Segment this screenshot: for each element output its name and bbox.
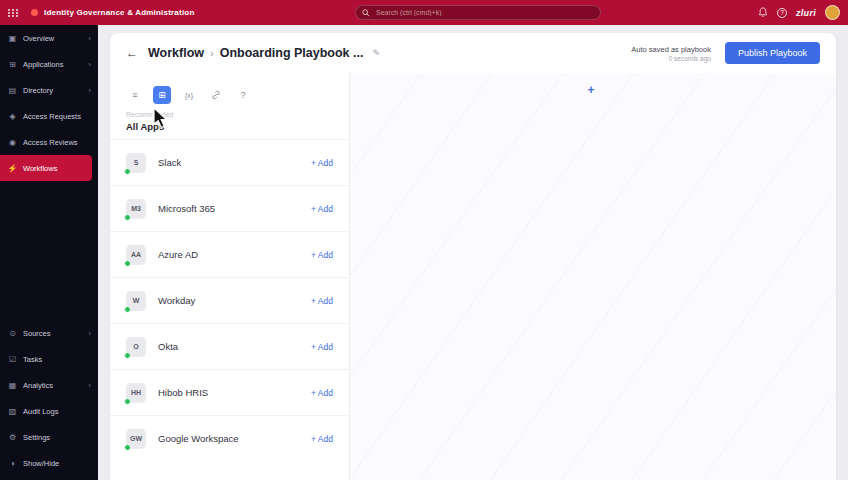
publish-playbook-button[interactable]: Publish Playbook bbox=[725, 42, 820, 64]
product-logo-dot bbox=[31, 9, 38, 16]
app-name: Workday bbox=[158, 295, 195, 306]
add-node-button[interactable]: + bbox=[583, 82, 599, 98]
presence-dot bbox=[124, 168, 131, 175]
autosave-timestamp: 0 seconds ago bbox=[631, 55, 711, 62]
app-name: Okta bbox=[158, 341, 178, 352]
app-name: Azure AD bbox=[158, 249, 198, 260]
sidebar-item-audit-logs[interactable]: ▧ Audit Logs bbox=[0, 398, 98, 424]
help-tool-icon[interactable]: ? bbox=[234, 86, 252, 104]
chevron-right-icon: › bbox=[88, 34, 91, 43]
apps-view-icon[interactable]: ⊞ bbox=[153, 86, 171, 104]
show-hide-icon: ◑ bbox=[7, 459, 18, 468]
sidebar-item-label: Show/Hide bbox=[23, 459, 59, 468]
settings-icon: ⚙ bbox=[7, 433, 18, 442]
overview-icon: ▣ bbox=[7, 34, 18, 43]
app-row-google-workspace[interactable]: GW Google Workspace + Add bbox=[110, 415, 349, 461]
sidebar-item-label: Overview bbox=[23, 34, 54, 43]
workflows-icon: ⚡ bbox=[7, 164, 18, 173]
workflow-editor-card: ← Workflow › Onboarding Playbook ... ✎ A… bbox=[110, 33, 836, 480]
breadcrumb-workflow[interactable]: Workflow bbox=[148, 46, 204, 60]
autosave-text: Auto saved as playbook bbox=[631, 45, 711, 54]
sidebar-item-label: Applications bbox=[23, 60, 63, 69]
search-input[interactable] bbox=[374, 8, 594, 17]
link-icon[interactable] bbox=[207, 86, 225, 104]
edit-title-icon[interactable]: ✎ bbox=[372, 48, 380, 58]
sidebar-item-label: Sources bbox=[23, 329, 51, 338]
sidebar-item-applications[interactable]: ⊞ Applications › bbox=[0, 51, 98, 77]
presence-dot bbox=[124, 214, 131, 221]
search-icon bbox=[362, 9, 370, 17]
breadcrumb-playbook-title: Onboarding Playbook ... bbox=[220, 46, 364, 60]
chevron-right-icon: › bbox=[88, 60, 91, 69]
apps-panel: ≡ ⊞ {x} ? Recommended All Apps S Slack +… bbox=[110, 73, 350, 480]
sidebar-item-label: Analytics bbox=[23, 381, 53, 390]
add-app-button[interactable]: + Add bbox=[311, 250, 333, 260]
help-icon[interactable]: ? bbox=[777, 8, 787, 18]
access-reviews-icon: ◉ bbox=[7, 138, 18, 147]
topbar-right-cluster: ? zluri bbox=[758, 0, 840, 25]
sidebar-item-settings[interactable]: ⚙ Settings bbox=[0, 424, 98, 450]
panel-toolbar: ≡ ⊞ {x} ? bbox=[110, 73, 349, 108]
breadcrumb-separator: › bbox=[210, 47, 214, 59]
app-name: Slack bbox=[158, 157, 181, 168]
sidebar-item-show-hide[interactable]: ◑ Show/Hide bbox=[0, 450, 98, 476]
header-right-cluster: Auto saved as playbook 0 seconds ago Pub… bbox=[631, 42, 820, 64]
chevron-right-icon: › bbox=[88, 329, 91, 338]
sidebar-item-label: Audit Logs bbox=[23, 407, 58, 416]
sidebar-item-label: Tasks bbox=[23, 355, 42, 364]
all-apps-label: All Apps bbox=[110, 118, 349, 139]
directory-icon: ▤ bbox=[7, 86, 18, 95]
sidebar-item-label: Workflows bbox=[23, 164, 57, 173]
app-avatar: GW bbox=[126, 429, 146, 449]
presence-dot bbox=[124, 306, 131, 313]
analytics-icon: ▦ bbox=[7, 381, 18, 390]
workflow-canvas[interactable]: + bbox=[350, 73, 836, 480]
sidebar-item-access-reviews[interactable]: ◉ Access Reviews bbox=[0, 129, 98, 155]
app-row-okta[interactable]: O Okta + Add bbox=[110, 323, 349, 369]
app-row-workday[interactable]: W Workday + Add bbox=[110, 277, 349, 323]
sidebar-item-sources[interactable]: ⊙ Sources › bbox=[0, 320, 98, 346]
app-row-microsoft-365[interactable]: M3 Microsoft 365 + Add bbox=[110, 185, 349, 231]
sidebar-item-label: Settings bbox=[23, 433, 50, 442]
app-launcher-icon[interactable] bbox=[8, 9, 19, 17]
list-view-icon[interactable]: ≡ bbox=[126, 86, 144, 104]
app-row-azure-ad[interactable]: AA Azure AD + Add bbox=[110, 231, 349, 277]
add-app-button[interactable]: + Add bbox=[311, 158, 333, 168]
app-avatar: W bbox=[126, 291, 146, 311]
app-avatar: M3 bbox=[126, 199, 146, 219]
add-app-button[interactable]: + Add bbox=[311, 342, 333, 352]
app-avatar: AA bbox=[126, 245, 146, 265]
app-row-hibob-hris[interactable]: HH Hibob HRIS + Add bbox=[110, 369, 349, 415]
access-requests-icon: ◈ bbox=[7, 112, 18, 121]
presence-dot bbox=[124, 352, 131, 359]
app-avatar: S bbox=[126, 153, 146, 173]
user-avatar[interactable] bbox=[825, 5, 840, 20]
presence-dot bbox=[124, 260, 131, 267]
brand-logo[interactable]: zluri bbox=[796, 8, 816, 18]
add-app-button[interactable]: + Add bbox=[311, 388, 333, 398]
sidebar-item-label: Access Reviews bbox=[23, 138, 78, 147]
sidebar-item-tasks[interactable]: ☑ Tasks bbox=[0, 346, 98, 372]
sidebar-item-access-requests[interactable]: ◈ Access Requests bbox=[0, 103, 98, 129]
back-button[interactable]: ← bbox=[126, 46, 138, 60]
sidebar-item-workflows[interactable]: ⚡ Workflows bbox=[0, 155, 92, 181]
global-search[interactable] bbox=[355, 5, 601, 20]
chevron-right-icon: › bbox=[88, 86, 91, 95]
bell-icon[interactable] bbox=[758, 7, 768, 18]
app-name: Microsoft 365 bbox=[158, 203, 215, 214]
add-app-button[interactable]: + Add bbox=[311, 434, 333, 444]
app-name: Google Workspace bbox=[158, 433, 239, 444]
sidebar-item-overview[interactable]: ▣ Overview › bbox=[0, 25, 98, 51]
sources-icon: ⊙ bbox=[7, 329, 18, 338]
add-app-button[interactable]: + Add bbox=[311, 296, 333, 306]
sidebar-item-directory[interactable]: ▤ Directory › bbox=[0, 77, 98, 103]
app-row-slack[interactable]: S Slack + Add bbox=[110, 139, 349, 185]
top-bar: Identity Governance & Administration ? z… bbox=[0, 0, 848, 25]
sidebar-item-analytics[interactable]: ▦ Analytics › bbox=[0, 372, 98, 398]
add-app-button[interactable]: + Add bbox=[311, 204, 333, 214]
sidebar-nav: ▣ Overview › ⊞ Applications › ▤ Director… bbox=[0, 25, 98, 480]
presence-dot bbox=[124, 398, 131, 405]
recommended-label: Recommended bbox=[110, 108, 349, 118]
variables-icon[interactable]: {x} bbox=[180, 86, 198, 104]
audit-logs-icon: ▧ bbox=[7, 407, 18, 416]
